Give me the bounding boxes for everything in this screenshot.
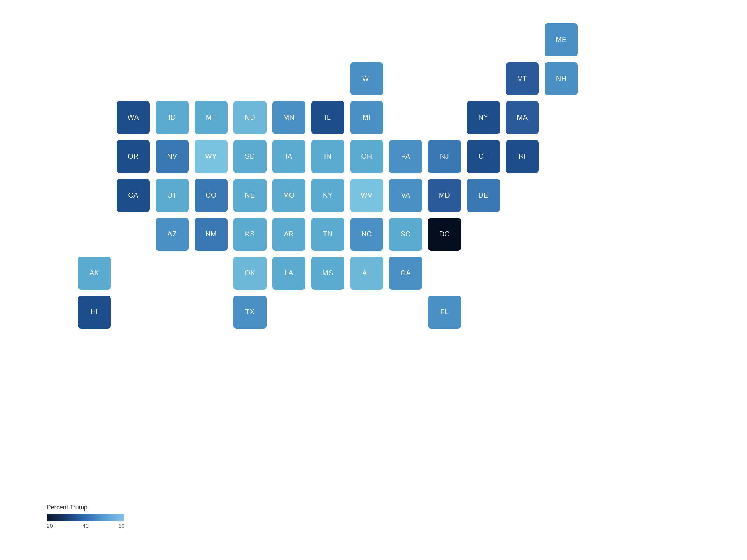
state-nc: NC [350, 218, 383, 251]
state-vt: VT [506, 62, 539, 95]
state-tn: TN [311, 218, 344, 251]
state-nm: NM [195, 218, 228, 251]
state-mo: MO [272, 179, 305, 212]
state-nh: NH [545, 62, 578, 95]
state-ma: MA [506, 101, 539, 134]
state-wy: WY [195, 140, 228, 173]
state-ak: AK [78, 257, 111, 290]
state-ne: NE [233, 179, 267, 212]
state-fl: FL [428, 296, 461, 329]
state-mn: MN [272, 101, 305, 134]
state-me: ME [545, 23, 578, 56]
state-ct: CT [467, 140, 500, 173]
state-mi: MI [350, 101, 383, 134]
state-ar: AR [272, 218, 305, 251]
state-sd: SD [233, 140, 267, 173]
legend-bar [47, 514, 124, 521]
legend-labels: 20 40 60 [47, 523, 124, 529]
legend-max: 60 [118, 523, 124, 529]
state-ny: NY [467, 101, 500, 134]
state-ca: CA [117, 179, 150, 212]
state-ms: MS [311, 257, 344, 290]
state-ia: IA [272, 140, 305, 173]
state-az: AZ [156, 218, 189, 251]
state-il: IL [311, 101, 344, 134]
map-container: MEWIVTNHWAIDMTNDMNILMINYMAORNVWYSDIAINOH… [39, 23, 708, 482]
state-ga: GA [389, 257, 422, 290]
state-nj: NJ [428, 140, 461, 173]
state-pa: PA [389, 140, 422, 173]
state-id: ID [156, 101, 189, 134]
legend: Percent Trump 20 40 60 [47, 504, 124, 529]
state-nd: ND [233, 101, 267, 134]
legend-min: 20 [47, 523, 53, 529]
state-nv: NV [156, 140, 189, 173]
legend-mid: 40 [82, 523, 89, 529]
state-ri: RI [506, 140, 539, 173]
state-ok: OK [233, 257, 267, 290]
state-dc: DC [428, 218, 461, 251]
state-or: OR [117, 140, 150, 173]
state-oh: OH [350, 140, 383, 173]
state-va: VA [389, 179, 422, 212]
state-in: IN [311, 140, 344, 173]
state-de: DE [467, 179, 500, 212]
state-tx: TX [233, 296, 267, 329]
state-wa: WA [117, 101, 150, 134]
state-ut: UT [156, 179, 189, 212]
state-md: MD [428, 179, 461, 212]
state-mt: MT [195, 101, 228, 134]
state-wi: WI [350, 62, 383, 95]
state-la: LA [272, 257, 305, 290]
legend-title: Percent Trump [47, 504, 124, 511]
state-ky: KY [311, 179, 344, 212]
state-hi: HI [78, 296, 111, 329]
state-co: CO [195, 179, 228, 212]
state-al: AL [350, 257, 383, 290]
state-wv: WV [350, 179, 383, 212]
state-sc: SC [389, 218, 422, 251]
state-ks: KS [233, 218, 267, 251]
